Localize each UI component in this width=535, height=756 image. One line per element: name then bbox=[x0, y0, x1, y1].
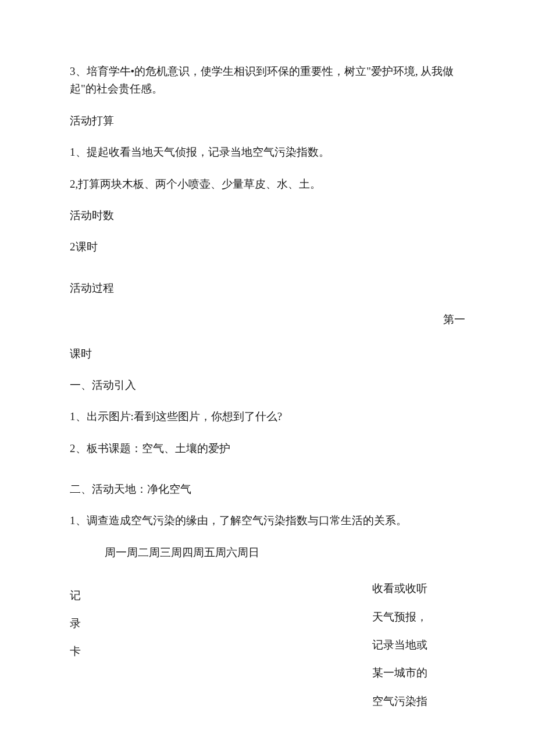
document-page: 3、培育学牛•的危机意识，使学生相识到环保的重要性，树立"爱护环境, 从我做起"… bbox=[0, 0, 535, 756]
process-title: 活动过程 bbox=[70, 280, 465, 297]
section-2-title: 二、活动天地：净化空气 bbox=[70, 481, 465, 498]
side-note-block: 收看或收听 天气预报， 记录当地或 某一城市的 空气污染指 bbox=[372, 580, 465, 721]
side-line-1: 收看或收听 bbox=[372, 580, 465, 597]
side-line-4: 某一城市的 bbox=[372, 664, 465, 682]
section-1-item-2: 2、板书课题：空气、土壤的爱护 bbox=[70, 440, 465, 457]
section-2-item-1: 1、调查造成空气污染的缘由，了解空气污染指数与口常生活的关系。 bbox=[70, 512, 465, 529]
section-1-item-1: 1、出示图片:看到这些图片，你想到了什么? bbox=[70, 408, 465, 425]
side-line-5: 空气污染指 bbox=[372, 693, 465, 710]
weekday-row: 周一周二周三周四周五周六周日 bbox=[70, 544, 465, 561]
prep-title: 活动打算 bbox=[70, 112, 465, 130]
prep-item-2: 2,打算两块木板、两个小喷壶、少量草皮、水、土。 bbox=[70, 175, 465, 193]
section-1-title: 一、活动引入 bbox=[70, 377, 465, 394]
lesson-hour: 课时 bbox=[70, 345, 465, 363]
side-line-2: 天气预报， bbox=[372, 608, 465, 626]
paragraph-item-3: 3、培育学牛•的危机意识，使学生相识到环保的重要性，树立"爱护环境, 从我做起"… bbox=[70, 63, 465, 98]
first-lesson-right: 第一 bbox=[70, 311, 465, 328]
hours-title: 活动时数 bbox=[70, 207, 465, 224]
side-line-3: 记录当地或 bbox=[372, 636, 465, 654]
hours-value: 2课时 bbox=[70, 238, 465, 256]
prep-item-1: 1、提起收看当地天气侦报，记录当地空气污染指数。 bbox=[70, 144, 465, 161]
